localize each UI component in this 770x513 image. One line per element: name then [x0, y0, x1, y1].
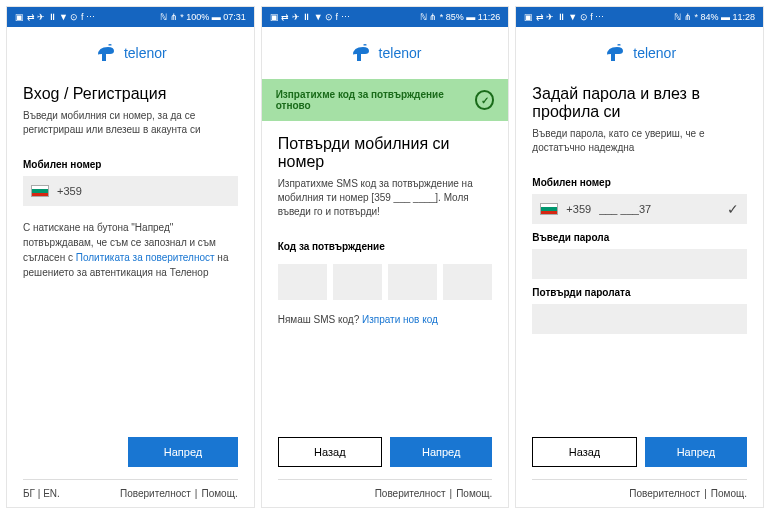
page-subtitle: Въведи парола, като се увериш, че е дост…: [532, 127, 747, 155]
phone-label: Мобилен номер: [23, 159, 238, 170]
next-button[interactable]: Напред: [128, 437, 237, 467]
check-icon: ✓: [727, 201, 739, 217]
password-label: Въведи парола: [532, 232, 747, 243]
telenor-logo-icon: [94, 41, 118, 65]
next-button[interactable]: Напред: [390, 437, 492, 467]
content: Изпратихме код за потвърждение отново ✓ …: [262, 79, 509, 425]
language-toggle[interactable]: БГ | EN.: [23, 488, 60, 499]
app-header: telenor: [516, 27, 763, 79]
status-left: ▣ ⇄ ✈ ⏸ ▼ ⊙ f ⋯: [15, 12, 95, 22]
phone-screen-1: ▣ ⇄ ✈ ⏸ ▼ ⊙ f ⋯ ℕ ⋔ * 100% ▬ 07:31 telen…: [6, 6, 255, 508]
status-bar: ▣ ⇄ ✈ ⏸ ▼ ⊙ f ⋯ ℕ ⋔ * 100% ▬ 07:31: [7, 7, 254, 27]
phone-screen-2: ▣ ⇄ ✈ ⏸ ▼ ⊙ f ⋯ ℕ ⋔ * 85% ▬ 11:26 teleno…: [261, 6, 510, 508]
back-button[interactable]: Назад: [532, 437, 636, 467]
status-right: ℕ ⋔ * 100% ▬ 07:31: [160, 12, 246, 22]
status-left: ▣ ⇄ ✈ ⏸ ▼ ⊙ f ⋯: [270, 12, 350, 22]
phone-input[interactable]: +359 ___ ___37 ✓: [532, 194, 747, 224]
status-right: ℕ ⋔ * 84% ▬ 11:28: [674, 12, 755, 22]
content: Bxog / Регистрация Въведи мобилния си но…: [7, 79, 254, 425]
confirm-password-label: Потвърди паролата: [532, 287, 747, 298]
button-row: Назад Напред: [262, 425, 509, 479]
phone-prefix: +359: [57, 185, 82, 197]
success-banner: Изпратихме код за потвърждение отново ✓: [262, 79, 509, 121]
help-link[interactable]: Помощ.: [456, 488, 492, 499]
consent-text: С натискане на бутона "Напред" потвържда…: [23, 220, 238, 280]
brand-name: telenor: [633, 45, 676, 61]
resend-link[interactable]: Изпрати нов код: [362, 314, 438, 325]
footer: БГ | EN. Поверителност|Помощ.: [7, 480, 254, 507]
help-link[interactable]: Помощ.: [201, 488, 237, 499]
next-button[interactable]: Напред: [645, 437, 747, 467]
code-digit-3[interactable]: [388, 264, 437, 300]
page-title: Потвърди мобилния си номер: [278, 135, 493, 171]
checkmark-icon: ✓: [475, 90, 494, 110]
bulgaria-flag-icon: [31, 185, 49, 197]
brand-name: telenor: [124, 45, 167, 61]
status-right: ℕ ⋔ * 85% ▬ 11:26: [420, 12, 501, 22]
confirm-password-input[interactable]: [532, 304, 747, 334]
phone-input[interactable]: +359: [23, 176, 238, 206]
footer: Поверителност|Помощ.: [262, 480, 509, 507]
code-label: Код за потвърждение: [278, 241, 493, 252]
code-digit-1[interactable]: [278, 264, 327, 300]
footer: Поверителност|Помощ.: [516, 480, 763, 507]
telenor-logo-icon: [603, 41, 627, 65]
status-bar: ▣ ⇄ ✈ ⏸ ▼ ⊙ f ⋯ ℕ ⋔ * 84% ▬ 11:28: [516, 7, 763, 27]
brand-name: telenor: [379, 45, 422, 61]
back-button[interactable]: Назад: [278, 437, 382, 467]
content: Задай парола и влез в профила си Въведи …: [516, 79, 763, 425]
page-title: Задай парола и влез в профила си: [532, 85, 747, 121]
code-digit-2[interactable]: [333, 264, 382, 300]
phone-value: ___ ___37: [599, 203, 651, 215]
button-row: Назад Напред: [516, 425, 763, 479]
help-link[interactable]: Помощ.: [711, 488, 747, 499]
password-input[interactable]: [532, 249, 747, 279]
code-input-row: [278, 264, 493, 300]
privacy-policy-link[interactable]: Политиката за поверителност: [76, 252, 215, 263]
page-subtitle: Въведи мобилния си номер, за да се регис…: [23, 109, 238, 137]
phone-prefix: +359: [566, 203, 591, 215]
privacy-link[interactable]: Поверителност: [120, 488, 191, 499]
telenor-logo-icon: [349, 41, 373, 65]
privacy-link[interactable]: Поверителност: [375, 488, 446, 499]
page-subtitle: Изпратихме SMS код за потвърждение на мо…: [278, 177, 493, 219]
app-header: telenor: [262, 27, 509, 79]
page-title: Bxog / Регистрация: [23, 85, 238, 103]
phone-label: Мобилен номер: [532, 177, 747, 188]
privacy-link[interactable]: Поверителност: [629, 488, 700, 499]
code-digit-4[interactable]: [443, 264, 492, 300]
button-row: Напред: [7, 425, 254, 479]
app-header: telenor: [7, 27, 254, 79]
resend-text: Нямаш SMS код? Изпрати нов код: [278, 314, 493, 325]
phone-screen-3: ▣ ⇄ ✈ ⏸ ▼ ⊙ f ⋯ ℕ ⋔ * 84% ▬ 11:28 teleno…: [515, 6, 764, 508]
bulgaria-flag-icon: [540, 203, 558, 215]
status-bar: ▣ ⇄ ✈ ⏸ ▼ ⊙ f ⋯ ℕ ⋔ * 85% ▬ 11:26: [262, 7, 509, 27]
status-left: ▣ ⇄ ✈ ⏸ ▼ ⊙ f ⋯: [524, 12, 604, 22]
